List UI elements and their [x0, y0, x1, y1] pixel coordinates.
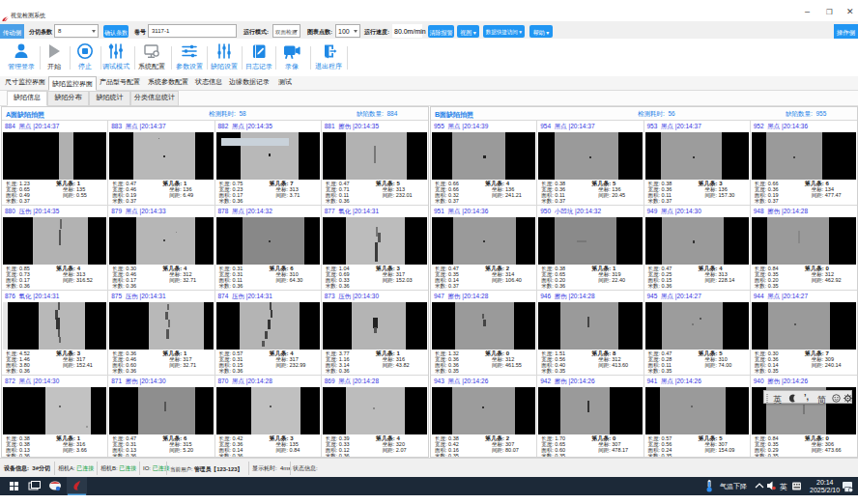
- svg-text:20:14: 20:14: [816, 479, 834, 486]
- svg-text:2025/2/10: 2025/2/10: [810, 487, 840, 493]
- svg-text:气温下降: 气温下降: [720, 483, 747, 490]
- svg-text:英: 英: [780, 483, 787, 491]
